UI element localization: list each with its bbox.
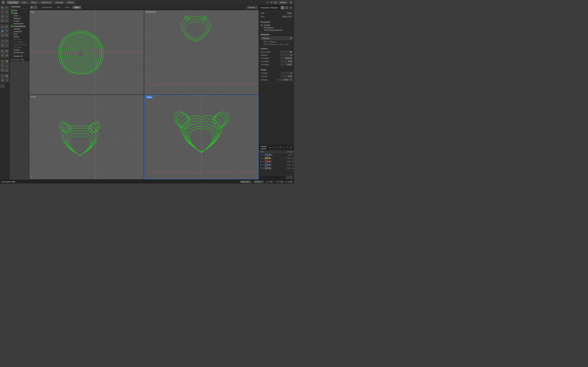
obj2-tool[interactable]	[5, 59, 9, 63]
layer-vis-3[interactable]	[260, 164, 262, 166]
layer-row[interactable]: L... Conti... ◆	[259, 167, 294, 170]
grid2-tool[interactable]	[5, 74, 9, 78]
layer-lock-3[interactable]	[262, 164, 264, 166]
curve-tool[interactable]	[0, 10, 5, 14]
undo-icon[interactable]	[266, 1, 269, 4]
layer-lock-0[interactable]	[262, 154, 264, 156]
show-grayscale-checkbox[interactable]: Show wallpaper as gray scale	[260, 43, 293, 45]
snap-item-midpoint[interactable]: Midpoint	[11, 17, 28, 20]
target-settings-icon[interactable]	[289, 78, 293, 81]
radio-parallel[interactable]: Parallel	[260, 24, 293, 26]
layer-row[interactable]: L... Conti... ◆	[259, 160, 294, 163]
tab-right[interactable]: Right	[72, 6, 81, 9]
remove-layer-icon[interactable]: −	[264, 176, 266, 179]
layer-row[interactable]: L... Conti... ◆	[259, 163, 294, 167]
snap-item-quadrant[interactable]: Quadrant	[11, 30, 28, 33]
radio-perspective[interactable]: Perspective	[260, 26, 293, 29]
snap-item-tangent[interactable]: Tangent	[11, 28, 28, 30]
show-wallpaper-checkbox[interactable]: Show wallpaper	[260, 41, 293, 43]
viewport-props-icon[interactable]	[281, 6, 284, 9]
gumball-button[interactable]: Gumball	[54, 1, 65, 4]
rotation-value[interactable]	[280, 54, 293, 56]
snap-item-center[interactable]: Center	[11, 20, 28, 22]
layers-cube-icon[interactable]: ⬡	[276, 146, 279, 149]
x-target-value[interactable]	[280, 72, 293, 74]
mesh-tool[interactable]	[5, 25, 9, 29]
z-target-value[interactable]	[277, 78, 289, 81]
scale-tool[interactable]	[0, 43, 5, 48]
snap-item-knot[interactable]: Knot	[11, 33, 28, 35]
x-location-value[interactable]	[280, 57, 293, 59]
redo-icon[interactable]	[270, 1, 273, 4]
viewport-perspective[interactable]: z x	[144, 10, 259, 95]
viewport-grid-icon[interactable]	[30, 6, 33, 9]
settings-icon[interactable]: ⚙	[289, 6, 293, 9]
snap-item-on_mesh[interactable]: On mesh	[11, 46, 28, 48]
tab-top[interactable]: Top	[55, 6, 62, 9]
y-location-value[interactable]	[280, 60, 293, 63]
extra1-tool[interactable]: ⊕	[0, 84, 5, 88]
snap-item-point[interactable]: Point	[11, 15, 28, 17]
layers-settings-icon[interactable]: ⚙	[289, 146, 293, 149]
view-tool[interactable]	[5, 53, 9, 58]
freeform-tool[interactable]	[5, 19, 9, 23]
history-button[interactable]: History	[65, 1, 75, 4]
mirror-tool[interactable]	[5, 43, 9, 48]
layer-row[interactable]: D... Conti...	[259, 153, 294, 157]
ortho-button[interactable]: Ortho	[20, 1, 29, 4]
surface-tool[interactable]	[0, 25, 5, 29]
viewport-single-icon[interactable]	[34, 6, 37, 9]
layer-vis-1[interactable]	[260, 157, 262, 159]
layer-lock-4[interactable]	[262, 167, 264, 169]
layers-zoom-in[interactable]: +	[290, 176, 293, 179]
layer-row[interactable]: L... Conti... ◆	[259, 157, 294, 160]
default-button[interactable]: Default	[278, 1, 288, 4]
snap-item-end[interactable]: End	[11, 9, 28, 12]
layers-page-icon[interactable]: ☐	[272, 146, 275, 149]
snap-item-disable_all[interactable]: Disable all	[11, 55, 28, 57]
snap-item-perpendicular[interactable]: Perpendicular	[11, 25, 28, 27]
smarttrack-button[interactable]: SmartTrack	[39, 1, 53, 4]
cplane-tool[interactable]	[0, 74, 5, 78]
viewport-right[interactable]: z y	[144, 95, 259, 179]
layers-zoom-out[interactable]: −	[286, 176, 289, 179]
tab-perspective[interactable]: Perspective	[40, 6, 54, 9]
snap-item-project[interactable]: Project	[11, 49, 28, 51]
object-props-icon[interactable]	[285, 6, 288, 9]
settings-tool[interactable]	[5, 78, 9, 82]
circle-tool[interactable]	[0, 14, 5, 18]
layer-vis-4[interactable]	[260, 167, 262, 169]
snap-item-on_polysurface[interactable]: On polysurface	[11, 43, 28, 46]
extrude-tool[interactable]	[5, 29, 9, 33]
select-tool[interactable]	[0, 6, 5, 10]
solid-tool[interactable]	[0, 29, 5, 33]
snap-item-vertex[interactable]: Vertex	[11, 35, 28, 38]
layer-lock-1[interactable]	[262, 157, 264, 159]
y-target-value[interactable]	[280, 75, 293, 77]
analysis-tool[interactable]	[5, 33, 9, 37]
dim-tool[interactable]	[5, 64, 9, 68]
layers-monitor-icon[interactable]: ▭	[282, 146, 285, 149]
snap-item-on_curve[interactable]: On curve	[11, 38, 28, 41]
move-tool[interactable]	[0, 39, 5, 43]
add-layer-icon[interactable]: +	[260, 176, 263, 179]
snap-item-near[interactable]: Near	[11, 12, 28, 14]
clipping-tool[interactable]	[5, 68, 9, 72]
zoom-tool[interactable]	[0, 49, 5, 53]
snap-item-intersection[interactable]: Intersection	[11, 22, 28, 25]
viewport-top[interactable]: x y	[29, 10, 144, 95]
hatch-tool[interactable]	[0, 68, 5, 72]
radio-two-point[interactable]: Two point perspective	[260, 29, 293, 31]
wallpaper-choose[interactable]: Choose...	[260, 36, 293, 40]
layer-lock-2[interactable]	[262, 160, 264, 163]
layer-vis-0[interactable]	[260, 154, 262, 156]
render-tool[interactable]	[0, 78, 5, 82]
viewport-front[interactable]: z x	[29, 95, 144, 179]
layer-vis-2[interactable]	[260, 160, 262, 163]
gridsnap-button[interactable]: Grid Snap	[7, 1, 19, 4]
z-location-value[interactable]	[280, 63, 293, 66]
zoom-out-tool[interactable]	[5, 49, 9, 53]
rect-tool[interactable]	[0, 19, 5, 23]
snap-item-smarttrack[interactable]: SmartTrack	[11, 51, 28, 54]
layers-panel-icon[interactable]: ☰	[279, 146, 282, 149]
